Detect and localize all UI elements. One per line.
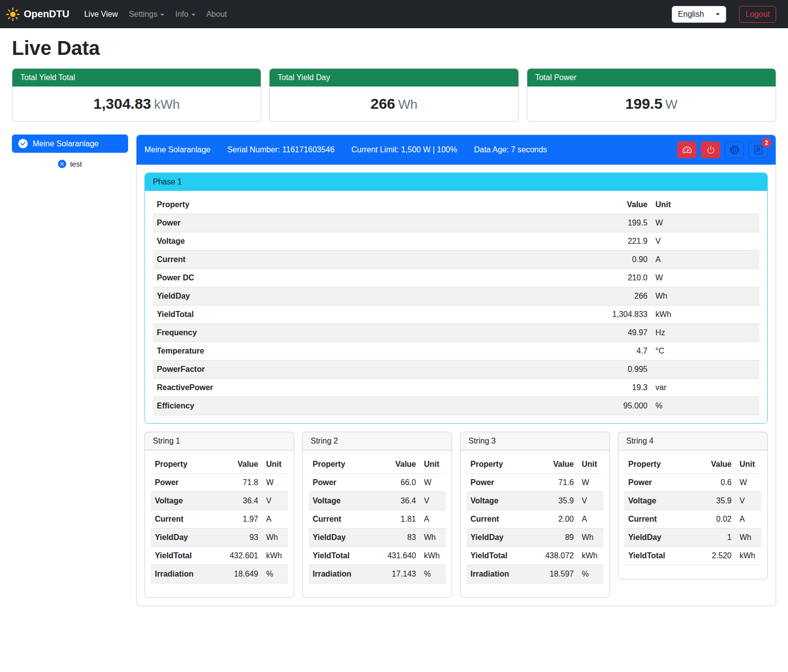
- unit-cell: Wh: [736, 529, 761, 547]
- value-cell: 95.000: [577, 397, 651, 415]
- inverter-selector: Meine Solaranlage test: [12, 134, 128, 168]
- total-power-unit: W: [665, 97, 678, 112]
- table-header-row: Property Value Unit: [151, 455, 288, 474]
- value-cell: 35.9: [536, 492, 578, 510]
- power-toggle-button[interactable]: [701, 141, 720, 158]
- property-cell: Voltage: [466, 492, 536, 510]
- column-header-value: Value: [378, 455, 420, 474]
- string-2-body: Property Value Unit Power66.0WVoltage36.…: [303, 450, 452, 597]
- unit-cell: %: [262, 565, 288, 583]
- inverter-card-body: Phase 1 Property Value Unit P: [137, 165, 776, 606]
- string-4-body: Property Value Unit Power0.6WVoltage35.9…: [618, 450, 767, 579]
- unit-cell: A: [262, 510, 288, 529]
- table-row: YieldDay1Wh: [624, 529, 761, 547]
- string-1-body: Property Value Unit Power71.8WVoltage36.…: [145, 450, 294, 597]
- unit-cell: A: [420, 510, 446, 529]
- column-header-value: Value: [694, 455, 736, 474]
- language-select[interactable]: English: [672, 6, 726, 23]
- string-1-card: String 1 Property Value Unit: [144, 432, 294, 598]
- nav-about[interactable]: About: [202, 6, 231, 23]
- check-circle-icon: [18, 139, 28, 148]
- column-header-value: Value: [577, 196, 651, 214]
- value-cell: 0.6: [694, 474, 736, 492]
- value-cell: 266: [577, 287, 651, 306]
- value-cell: 83: [378, 529, 420, 547]
- unit-cell: kWh: [651, 306, 759, 324]
- property-cell: Temperature: [153, 342, 577, 360]
- table-row: Voltage35.9V: [624, 492, 761, 510]
- property-cell: Voltage: [153, 232, 577, 251]
- property-cell: Efficiency: [153, 397, 577, 415]
- string-2-title: String 2: [303, 432, 452, 450]
- table-row: Voltage36.4V: [151, 492, 288, 510]
- value-cell: 35.9: [694, 492, 736, 510]
- phase-1-card: Phase 1 Property Value Unit P: [144, 173, 768, 424]
- column-header-unit: Unit: [578, 455, 603, 474]
- value-cell: 432.601: [221, 547, 262, 565]
- value-cell: 36.4: [378, 492, 420, 510]
- nav-info[interactable]: Info: [171, 6, 199, 23]
- table-row: Voltage36.4V: [309, 492, 446, 510]
- table-header-row: Property Value Unit: [466, 455, 603, 474]
- table-row: Voltage35.9V: [466, 492, 603, 510]
- value-cell: 66.0: [378, 474, 420, 492]
- property-cell: YieldTotal: [151, 547, 221, 565]
- nav-info-label: Info: [175, 10, 188, 18]
- inverter-select-button[interactable]: Meine Solaranlage: [12, 134, 128, 153]
- speedometer-icon: [683, 145, 692, 154]
- device-info-button[interactable]: [725, 141, 744, 158]
- total-yield-day-unit: Wh: [398, 97, 417, 112]
- value-cell: 18.649: [221, 565, 262, 583]
- unit-cell: %: [578, 565, 603, 583]
- current-limit: Current Limit: 1,500 W | 100%: [351, 145, 457, 154]
- data-age: Data Age: 7 seconds: [474, 145, 547, 154]
- limit-settings-button[interactable]: [677, 141, 696, 158]
- value-cell: 4.7: [577, 342, 651, 360]
- unit-cell: kWh: [736, 547, 761, 565]
- column-header-property: Property: [309, 455, 378, 474]
- table-row: ReactivePower19.3var: [153, 379, 759, 397]
- table-row: YieldDay89Wh: [466, 529, 603, 547]
- table-row: Power71.6W: [466, 474, 603, 492]
- property-cell: Voltage: [151, 492, 221, 510]
- property-cell: Current: [151, 510, 221, 529]
- table-row: Current2.00A: [466, 510, 603, 529]
- value-cell: 2.00: [536, 510, 578, 529]
- inverter-card-header: Meine Solaranlage Serial Number: 1161716…: [137, 135, 776, 165]
- brand-label: OpenDTU: [24, 8, 69, 20]
- property-cell: Frequency: [153, 324, 577, 342]
- unit-cell: W: [651, 269, 759, 287]
- inverter-card: Meine Solaranlage Serial Number: 1161716…: [136, 134, 776, 606]
- property-cell: Current: [466, 510, 536, 529]
- value-cell: 1.97: [221, 510, 262, 529]
- table-row: Power199.5W: [153, 214, 759, 232]
- value-cell: 1,304.833: [577, 306, 651, 324]
- table-row: Voltage221.9V: [153, 232, 759, 251]
- unit-cell: W: [262, 474, 288, 492]
- table-row: Power71.8W: [151, 474, 288, 492]
- unit-cell: W: [420, 474, 446, 492]
- inverter-item-test[interactable]: test: [12, 160, 128, 168]
- property-cell: Power: [153, 214, 577, 232]
- unit-cell: Wh: [262, 529, 288, 547]
- total-yield-total-card: Total Yield Total 1,304.83kWh: [12, 68, 261, 122]
- cpu-icon: [730, 145, 739, 154]
- logout-button[interactable]: Logout: [739, 6, 776, 23]
- value-cell: 438.072: [536, 547, 578, 565]
- property-cell: YieldTotal: [466, 547, 536, 565]
- power-icon: [706, 145, 715, 154]
- unit-cell: kWh: [262, 547, 288, 565]
- property-cell: YieldDay: [309, 529, 378, 547]
- nav-live-view[interactable]: Live View: [80, 6, 122, 23]
- nav-settings[interactable]: Settings: [125, 6, 168, 23]
- string-1-title: String 1: [145, 432, 294, 450]
- nav-right: English Logout: [672, 6, 776, 23]
- unit-cell: [651, 360, 759, 379]
- event-log-button[interactable]: 2: [748, 141, 768, 158]
- property-cell: Power: [309, 474, 378, 492]
- total-power-value: 199.5: [625, 95, 662, 112]
- nav-links: Live View Settings Info About: [80, 6, 667, 23]
- brand[interactable]: OpenDTU: [6, 7, 69, 21]
- property-cell: ReactivePower: [153, 379, 577, 397]
- value-cell: 19.3: [577, 379, 651, 397]
